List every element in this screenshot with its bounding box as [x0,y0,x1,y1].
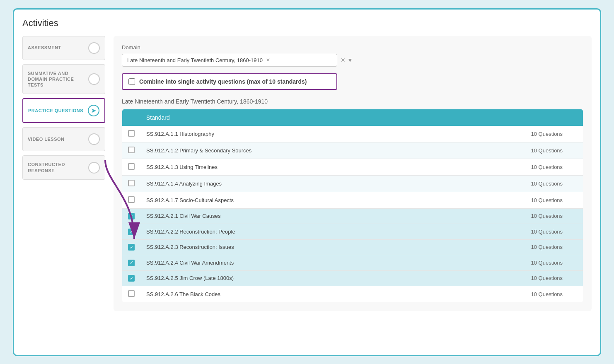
row-questions: 10 Questions [525,126,583,142]
row-check-cell[interactable] [122,192,141,208]
row-questions: 10 Questions [525,224,583,240]
row-questions: 10 Questions [525,208,583,224]
row-check-cell[interactable]: ✓ [122,208,141,224]
sidebar-item-summative[interactable]: SUMMATIVE ANDDOMAIN PRACTICE TESTS [22,64,105,94]
page-title: Activities [22,18,592,29]
domain-dropdown-icon[interactable]: ▼ [347,57,353,63]
table-row[interactable]: ✓SS.912.A.2.4 Civil War Amendments10 Que… [122,255,583,271]
outer-container: Activities ASSESSMENT SUMMATIVE ANDDOMAI… [13,8,601,356]
table-row[interactable]: ✓SS.912.A.2.5 Jim Crow (Late 1800s)10 Qu… [122,270,583,286]
row-check-cell[interactable] [122,286,141,303]
row-checkbox[interactable]: ✓ [128,229,135,235]
row-check-cell[interactable]: ✓ [122,239,141,255]
row-check-cell[interactable] [122,126,141,142]
domain-selector-row: Late Nineteenth and Early Twentieth Cent… [122,54,583,67]
domain-tag: Late Nineteenth and Early Twentieth Cent… [122,54,337,67]
row-standard: SS.912.A.1.3 Using Timelines [140,159,525,175]
sidebar-circle-assessment [88,42,100,54]
sidebar-label-practice: PRACTICE QUESTIONS [28,108,83,113]
row-questions: 10 Questions [525,255,583,271]
sidebar-label-constructed: CONSTRUCTEDRESPONSE [28,162,65,174]
header-questions-col [525,109,583,126]
row-check-cell[interactable] [122,175,141,192]
row-questions: 10 Questions [525,192,583,208]
table-row[interactable]: SS.912.A.2.6 The Black Codes10 Questions [122,286,583,303]
combine-checkbox[interactable] [128,78,135,85]
domain-label: Domain [122,44,583,51]
row-standard: SS.912.A.2.1 Civil War Causes [140,208,525,224]
domain-controls: ✕ ▼ [341,57,353,63]
row-checkbox[interactable] [128,130,135,137]
combine-checkbox-row: Combine into single activity questions (… [122,73,337,90]
row-questions: 10 Questions [525,286,583,303]
table-row[interactable]: ✓SS.912.A.2.1 Civil War Causes10 Questio… [122,208,583,224]
row-check-cell[interactable] [122,159,141,175]
row-checkbox[interactable] [128,290,135,297]
row-standard: SS.912.A.2.3 Reconstruction: Issues [140,239,525,255]
combine-label[interactable]: Combine into single activity questions (… [139,78,307,85]
sidebar-label-summative: SUMMATIVE ANDDOMAIN PRACTICE TESTS [28,70,88,88]
row-check-cell[interactable]: ✓ [122,255,141,271]
main-layout: ASSESSMENT SUMMATIVE ANDDOMAIN PRACTICE … [22,36,592,311]
row-questions: 10 Questions [525,239,583,255]
table-header-row: Standard [122,109,583,126]
row-questions: 10 Questions [525,159,583,175]
sidebar: ASSESSMENT SUMMATIVE ANDDOMAIN PRACTICE … [22,36,105,311]
domain-remove-button[interactable]: ✕ [266,57,270,63]
row-checkbox[interactable]: ✓ [128,275,135,282]
row-check-cell[interactable]: ✓ [122,270,141,286]
row-checkbox[interactable] [128,196,135,203]
row-checkbox[interactable]: ✓ [128,260,135,266]
row-check-cell[interactable]: ✓ [122,224,141,240]
table-row[interactable]: SS.912.A.1.3 Using Timelines10 Questions [122,159,583,175]
sidebar-circle-constructed [88,162,100,174]
sidebar-circle-video [88,133,100,145]
row-questions: 10 Questions [525,270,583,286]
standards-table: Standard SS.912.A.1.1 Historiography10 Q… [122,109,583,303]
header-standard-col: Standard [140,109,525,126]
main-content-area: Domain Late Nineteenth and Early Twentie… [114,36,592,311]
row-standard: SS.912.A.1.1 Historiography [140,126,525,142]
row-questions: 10 Questions [525,142,583,159]
row-check-cell[interactable] [122,142,141,159]
table-row[interactable]: SS.912.A.1.2 Primary & Secondary Sources… [122,142,583,159]
row-standard: SS.912.A.2.5 Jim Crow (Late 1800s) [140,270,525,286]
sidebar-item-practice-questions[interactable]: PRACTICE QUESTIONS ➤ [22,98,105,123]
row-checkbox[interactable] [128,147,135,153]
table-row[interactable]: ✓SS.912.A.2.3 Reconstruction: Issues10 Q… [122,239,583,255]
table-row[interactable]: SS.912.A.1.4 Analyzing Images10 Question… [122,175,583,192]
sidebar-circle-summative [88,73,100,85]
row-standard: SS.912.A.1.4 Analyzing Images [140,175,525,192]
sidebar-label-assessment: ASSESSMENT [28,45,61,51]
table-row[interactable]: SS.912.A.1.1 Historiography10 Questions [122,126,583,142]
table-row[interactable]: SS.912.A.1.7 Socio-Cultural Aspects10 Qu… [122,192,583,208]
sidebar-item-video-lesson[interactable]: VIDEO LESSON [22,127,105,151]
row-standard: SS.912.A.2.2 Reconstruction: People [140,224,525,240]
standards-section-title: Late Nineteenth and Early Twentieth Cent… [122,98,583,105]
row-standard: SS.912.A.2.6 The Black Codes [140,286,525,303]
sidebar-item-constructed-response[interactable]: CONSTRUCTEDRESPONSE [22,155,105,180]
domain-value: Late Nineteenth and Early Twentieth Cent… [127,57,263,63]
row-checkbox[interactable] [128,163,135,170]
domain-clear-icon[interactable]: ✕ [341,57,346,63]
row-checkbox[interactable] [128,180,135,186]
row-checkbox[interactable]: ✓ [128,244,135,251]
header-check-col [122,109,141,126]
sidebar-item-assessment[interactable]: ASSESSMENT [22,36,105,60]
row-standard: SS.912.A.1.2 Primary & Secondary Sources [140,142,525,159]
sidebar-label-video: VIDEO LESSON [28,136,65,142]
row-standard: SS.912.A.1.7 Socio-Cultural Aspects [140,192,525,208]
table-row[interactable]: ✓SS.912.A.2.2 Reconstruction: People10 Q… [122,224,583,240]
row-checkbox[interactable]: ✓ [128,213,135,219]
row-standard: SS.912.A.2.4 Civil War Amendments [140,255,525,271]
sidebar-circle-practice: ➤ [88,105,99,116]
row-questions: 10 Questions [525,175,583,192]
